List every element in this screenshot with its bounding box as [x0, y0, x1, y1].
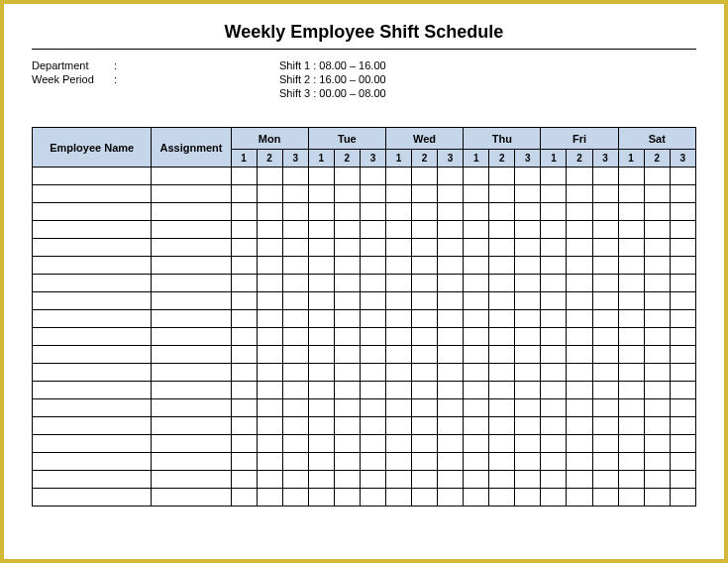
cell — [385, 239, 411, 257]
table-row — [33, 257, 696, 275]
cell — [670, 292, 695, 310]
cell — [334, 417, 360, 435]
cell — [567, 310, 592, 328]
table-row — [33, 417, 696, 435]
cell — [412, 346, 438, 364]
cell — [360, 435, 385, 453]
cell — [541, 257, 567, 275]
cell — [282, 417, 308, 435]
table-row — [33, 185, 696, 203]
cell — [152, 399, 231, 417]
cell — [541, 275, 567, 292]
cell — [412, 364, 438, 382]
cell — [412, 257, 438, 275]
cell — [334, 185, 360, 203]
cell — [152, 435, 231, 453]
cell — [438, 168, 464, 185]
cell — [385, 435, 411, 453]
cell — [489, 417, 515, 435]
cell — [618, 471, 644, 489]
cell — [438, 257, 464, 275]
cell — [308, 185, 334, 203]
cell — [257, 328, 282, 346]
cell — [33, 239, 152, 257]
cell — [464, 203, 489, 221]
day-header-sat: Sat — [618, 128, 695, 150]
cell — [412, 221, 438, 239]
cell — [308, 257, 334, 275]
cell — [334, 168, 360, 185]
cell — [385, 168, 411, 185]
cell — [592, 185, 618, 203]
cell — [412, 168, 438, 185]
shift-header: 2 — [257, 150, 282, 168]
cell — [334, 203, 360, 221]
cell — [308, 328, 334, 346]
cell — [489, 346, 515, 364]
cell — [592, 168, 618, 185]
cell — [515, 399, 541, 417]
cell — [334, 346, 360, 364]
cell — [257, 310, 282, 328]
cell — [308, 292, 334, 310]
cell — [515, 382, 541, 399]
cell — [644, 346, 670, 364]
cell — [515, 168, 541, 185]
day-header-wed: Wed — [385, 128, 463, 150]
cell — [618, 292, 644, 310]
cell — [541, 399, 567, 417]
cell — [464, 221, 489, 239]
cell — [257, 168, 282, 185]
cell — [308, 417, 334, 435]
cell — [592, 257, 618, 275]
shift-header: 3 — [282, 150, 308, 168]
table-row — [33, 346, 696, 364]
cell — [567, 275, 592, 292]
cell — [438, 453, 464, 471]
cell — [412, 435, 438, 453]
cell — [152, 221, 231, 239]
table-row — [33, 471, 696, 489]
cell — [438, 471, 464, 489]
cell — [541, 328, 567, 346]
cell — [618, 168, 644, 185]
cell — [412, 185, 438, 203]
shift-header: 1 — [231, 150, 257, 168]
cell — [308, 203, 334, 221]
shift-header: 1 — [618, 150, 644, 168]
cell — [385, 185, 411, 203]
cell — [670, 399, 695, 417]
cell — [618, 310, 644, 328]
shift-header: 3 — [592, 150, 618, 168]
cell — [282, 453, 308, 471]
cell — [670, 239, 695, 257]
cell — [33, 399, 152, 417]
cell — [670, 221, 695, 239]
cell — [257, 275, 282, 292]
cell — [231, 275, 257, 292]
cell — [308, 435, 334, 453]
cell — [282, 239, 308, 257]
cell — [644, 275, 670, 292]
cell — [618, 275, 644, 292]
cell — [282, 328, 308, 346]
cell — [567, 328, 592, 346]
shift-header: 3 — [438, 150, 464, 168]
cell — [644, 471, 670, 489]
shift-header: 1 — [308, 150, 334, 168]
cell — [644, 257, 670, 275]
cell — [334, 310, 360, 328]
cell — [308, 489, 334, 507]
cell — [541, 435, 567, 453]
cell — [152, 275, 231, 292]
table-row — [33, 489, 696, 507]
cell — [592, 239, 618, 257]
cell — [464, 364, 489, 382]
cell — [33, 417, 152, 435]
cell — [670, 435, 695, 453]
cell — [618, 346, 644, 364]
cell — [360, 310, 385, 328]
cell — [644, 203, 670, 221]
cell — [231, 310, 257, 328]
cell — [567, 257, 592, 275]
